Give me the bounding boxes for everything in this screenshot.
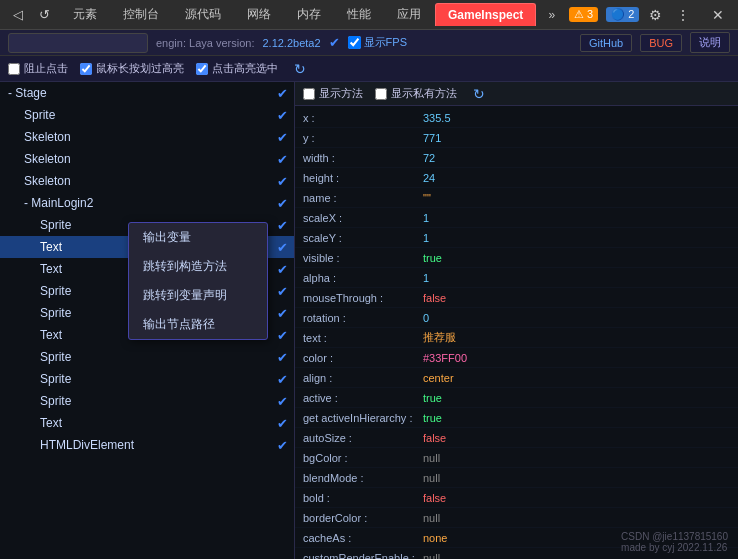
nav-back[interactable]: ◁ (8, 5, 28, 24)
prop-row[interactable]: height : 24 (295, 168, 738, 188)
fps-checkbox[interactable] (348, 36, 361, 49)
tree-item[interactable]: Sprite✔ (0, 346, 294, 368)
prop-row[interactable]: align : center (295, 368, 738, 388)
prop-value: 72 (423, 152, 435, 164)
fps-label: 显示FPS (364, 35, 407, 50)
close-button[interactable]: ✕ (706, 7, 730, 23)
prop-row[interactable]: bgColor : null (295, 448, 738, 468)
prop-row[interactable]: autoSize : false (295, 428, 738, 448)
prop-row[interactable]: bold : false (295, 488, 738, 508)
context-goto-declaration[interactable]: 跳转到变量声明 (129, 281, 267, 310)
click-highlight-checkbox[interactable] (196, 63, 208, 75)
tree-item-checkbox[interactable]: ✔ (277, 284, 288, 299)
click-highlight-option[interactable]: 点击高亮选中 (196, 61, 278, 76)
tree-item-checkbox[interactable]: ✔ (277, 372, 288, 387)
tree-item[interactable]: HTMLDivElement✔ (0, 434, 294, 456)
show-method-option[interactable]: 显示方法 (303, 86, 363, 101)
prop-row[interactable]: x : 335.5 (295, 108, 738, 128)
prop-value: false (423, 492, 446, 504)
prop-row[interactable]: scaleX : 1 (295, 208, 738, 228)
refresh-icon[interactable]: ↻ (294, 61, 306, 77)
tree-item-label: Sprite (24, 108, 277, 122)
tree-item-checkbox[interactable]: ✔ (277, 394, 288, 409)
tree-item[interactable]: Skeleton✔ (0, 170, 294, 192)
context-output-path[interactable]: 输出节点路径 (129, 310, 267, 339)
tree-item-checkbox[interactable]: ✔ (277, 328, 288, 343)
more-tabs[interactable]: » (542, 8, 561, 22)
tree-item-checkbox[interactable]: ✔ (277, 152, 288, 167)
mouse-highlight-checkbox[interactable] (80, 63, 92, 75)
prop-row[interactable]: y : 771 (295, 128, 738, 148)
prop-key: color : (303, 352, 423, 364)
tab-performance[interactable]: 性能 (335, 2, 383, 27)
prop-row[interactable]: blendMode : null (295, 468, 738, 488)
tab-elements[interactable]: 元素 (61, 2, 109, 27)
tab-network[interactable]: 网络 (235, 2, 283, 27)
more-options-icon[interactable]: ⋮ (672, 7, 694, 23)
github-button[interactable]: GitHub (580, 34, 632, 52)
prop-value: null (423, 512, 440, 524)
settings-icon[interactable]: ⚙ (645, 7, 666, 23)
tree-item[interactable]: Sprite✔ (0, 368, 294, 390)
tree-item[interactable]: Skeleton✔ (0, 126, 294, 148)
prop-row[interactable]: scaleY : 1 (295, 228, 738, 248)
doc-button[interactable]: 说明 (690, 32, 730, 53)
tree-item-checkbox[interactable]: ✔ (277, 416, 288, 431)
tab-gameinspect[interactable]: GameInspect (435, 3, 536, 26)
show-private-checkbox[interactable] (375, 88, 387, 100)
context-output-var[interactable]: 输出变量 (129, 223, 267, 252)
tab-application[interactable]: 应用 (385, 2, 433, 27)
mouse-highlight-option[interactable]: 鼠标长按划过高亮 (80, 61, 184, 76)
prop-row[interactable]: mouseThrough : false (295, 288, 738, 308)
tree-item[interactable]: Text✔ (0, 412, 294, 434)
prop-key: width : (303, 152, 423, 164)
tree-item[interactable]: Skeleton✔ (0, 148, 294, 170)
tree-item-checkbox[interactable]: ✔ (277, 86, 288, 101)
show-method-checkbox[interactable] (303, 88, 315, 100)
block-click-checkbox[interactable] (8, 63, 20, 75)
tree-item-checkbox[interactable]: ✔ (277, 262, 288, 277)
right-header: 显示方法 显示私有方法 ↻ (295, 82, 738, 106)
block-click-option[interactable]: 阻止点击 (8, 61, 68, 76)
tree-item[interactable]: - MainLogin2✔ (0, 192, 294, 214)
tree-item-checkbox[interactable]: ✔ (277, 196, 288, 211)
tree-item-checkbox[interactable]: ✔ (277, 130, 288, 145)
show-method-label: 显示方法 (319, 86, 363, 101)
context-goto-constructor[interactable]: 跳转到构造方法 (129, 252, 267, 281)
show-private-option[interactable]: 显示私有方法 (375, 86, 457, 101)
prop-key: active : (303, 392, 423, 404)
tree-item-checkbox[interactable]: ✔ (277, 438, 288, 453)
nav-refresh[interactable]: ↺ (34, 5, 55, 24)
url-input[interactable] (8, 33, 148, 53)
prop-row[interactable]: get activeInHierarchy : true (295, 408, 738, 428)
prop-row[interactable]: rotation : 0 (295, 308, 738, 328)
tree-item-checkbox[interactable]: ✔ (277, 350, 288, 365)
prop-row[interactable]: borderColor : null (295, 508, 738, 528)
tab-sources[interactable]: 源代码 (173, 2, 233, 27)
click-highlight-label: 点击高亮选中 (212, 61, 278, 76)
prop-row[interactable]: color : #33FF00 (295, 348, 738, 368)
browser-toolbar: ◁ ↺ 元素 控制台 源代码 网络 内存 性能 应用 GameInspect »… (0, 0, 738, 30)
prop-row[interactable]: width : 72 (295, 148, 738, 168)
tree-item-checkbox[interactable]: ✔ (277, 218, 288, 233)
prop-row[interactable]: visible : true (295, 248, 738, 268)
tree-item-checkbox[interactable]: ✔ (277, 306, 288, 321)
tab-console[interactable]: 控制台 (111, 2, 171, 27)
fps-toggle[interactable]: 显示FPS (348, 35, 407, 50)
bug-button[interactable]: BUG (640, 34, 682, 52)
block-click-label: 阻止点击 (24, 61, 68, 76)
prop-row[interactable]: active : true (295, 388, 738, 408)
tree-item-checkbox[interactable]: ✔ (277, 108, 288, 123)
tree-item[interactable]: Sprite✔ (0, 104, 294, 126)
prop-row[interactable]: text : 推荐服 (295, 328, 738, 348)
watermark: CSDN @jie1137815160 made by cyj 2022.11.… (621, 531, 728, 553)
props-refresh-icon[interactable]: ↻ (473, 86, 485, 102)
tree-item-checkbox[interactable]: ✔ (277, 240, 288, 255)
prop-row[interactable]: alpha : 1 (295, 268, 738, 288)
prop-row[interactable]: name : "" (295, 188, 738, 208)
info-badge: 🔵 2 (606, 7, 639, 22)
tree-item[interactable]: - Stage✔ (0, 82, 294, 104)
tab-memory[interactable]: 内存 (285, 2, 333, 27)
tree-item[interactable]: Sprite✔ (0, 390, 294, 412)
tree-item-checkbox[interactable]: ✔ (277, 174, 288, 189)
